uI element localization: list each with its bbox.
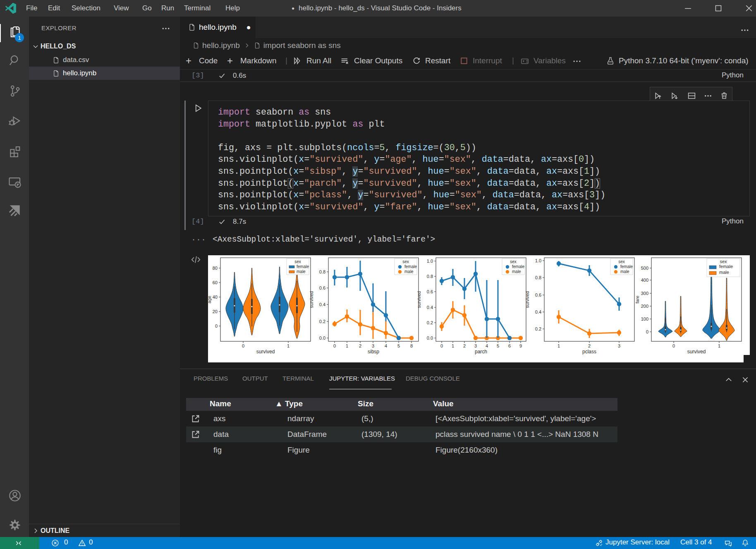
svg-text:fare: fare bbox=[635, 296, 640, 304]
svg-text:3: 3 bbox=[618, 343, 620, 348]
svg-text:4: 4 bbox=[385, 343, 387, 348]
svg-text:pclass: pclass bbox=[582, 349, 596, 355]
svg-text:0.6: 0.6 bbox=[319, 285, 325, 290]
svg-text:sibsp: sibsp bbox=[368, 349, 379, 355]
svg-text:80: 80 bbox=[213, 266, 218, 271]
svg-text:9: 9 bbox=[519, 343, 522, 348]
svg-text:2: 2 bbox=[463, 343, 466, 348]
svg-text:female: female bbox=[297, 264, 309, 269]
svg-text:sex: sex bbox=[294, 259, 301, 264]
svg-text:300: 300 bbox=[641, 291, 648, 296]
svg-text:survived: survived bbox=[525, 291, 530, 308]
svg-text:female: female bbox=[620, 264, 633, 269]
svg-text:2: 2 bbox=[588, 343, 591, 348]
svg-text:5: 5 bbox=[397, 343, 400, 348]
svg-text:8: 8 bbox=[410, 343, 413, 348]
svg-text:1: 1 bbox=[287, 343, 289, 348]
svg-text:400: 400 bbox=[641, 278, 648, 283]
svg-text:parch: parch bbox=[475, 349, 487, 355]
svg-text:500: 500 bbox=[641, 266, 648, 271]
svg-text:0.4: 0.4 bbox=[427, 305, 433, 310]
svg-text:0.6: 0.6 bbox=[535, 292, 541, 297]
svg-text:sex: sex bbox=[720, 259, 727, 264]
svg-text:0.8: 0.8 bbox=[427, 274, 433, 279]
svg-text:age: age bbox=[208, 296, 212, 303]
svg-text:survived: survived bbox=[256, 349, 275, 355]
svg-text:200: 200 bbox=[641, 304, 648, 309]
svg-text:male: male bbox=[719, 270, 729, 275]
svg-text:male: male bbox=[404, 269, 414, 274]
svg-text:sex: sex bbox=[510, 259, 517, 264]
svg-text:0.8: 0.8 bbox=[535, 275, 541, 280]
svg-text:sex: sex bbox=[402, 259, 409, 264]
svg-text:female: female bbox=[512, 264, 524, 269]
svg-text:0.0: 0.0 bbox=[319, 336, 325, 340]
svg-text:survived: survived bbox=[309, 291, 314, 308]
svg-text:3: 3 bbox=[474, 343, 477, 348]
svg-text:0.2: 0.2 bbox=[427, 320, 433, 325]
svg-text:male: male bbox=[297, 269, 306, 274]
svg-text:male: male bbox=[512, 269, 521, 274]
svg-text:0.4: 0.4 bbox=[319, 302, 325, 307]
svg-text:100: 100 bbox=[641, 316, 648, 321]
svg-text:0: 0 bbox=[333, 343, 336, 348]
svg-text:1: 1 bbox=[557, 343, 560, 348]
svg-text:1: 1 bbox=[718, 343, 720, 348]
svg-text:sex: sex bbox=[618, 259, 625, 264]
svg-text:0: 0 bbox=[440, 343, 443, 348]
svg-text:female: female bbox=[719, 264, 733, 269]
svg-text:survived: survived bbox=[687, 349, 706, 355]
svg-text:0.2: 0.2 bbox=[535, 326, 541, 331]
svg-text:survived: survived bbox=[416, 291, 421, 308]
svg-text:4: 4 bbox=[486, 343, 488, 348]
svg-text:20: 20 bbox=[213, 309, 218, 314]
svg-text:40: 40 bbox=[213, 295, 218, 300]
svg-text:0: 0 bbox=[242, 343, 244, 348]
svg-text:0.2: 0.2 bbox=[319, 319, 325, 324]
svg-text:2: 2 bbox=[359, 343, 361, 348]
svg-text:60: 60 bbox=[213, 280, 218, 285]
svg-text:3: 3 bbox=[372, 343, 374, 348]
svg-text:0: 0 bbox=[215, 324, 218, 328]
svg-text:male: male bbox=[620, 269, 629, 274]
svg-text:0: 0 bbox=[646, 329, 648, 334]
svg-text:0.8: 0.8 bbox=[319, 269, 325, 274]
svg-text:6: 6 bbox=[508, 343, 511, 348]
svg-text:0.6: 0.6 bbox=[427, 289, 433, 294]
svg-text:1.0: 1.0 bbox=[427, 259, 433, 264]
svg-text:0.0: 0.0 bbox=[427, 336, 433, 340]
svg-text:1: 1 bbox=[346, 343, 348, 348]
svg-text:1: 1 bbox=[452, 343, 454, 348]
svg-text:1.0: 1.0 bbox=[535, 258, 541, 263]
svg-text:0: 0 bbox=[672, 343, 675, 348]
svg-text:5: 5 bbox=[497, 343, 499, 348]
svg-text:0.4: 0.4 bbox=[535, 309, 541, 314]
svg-text:female: female bbox=[404, 264, 417, 269]
